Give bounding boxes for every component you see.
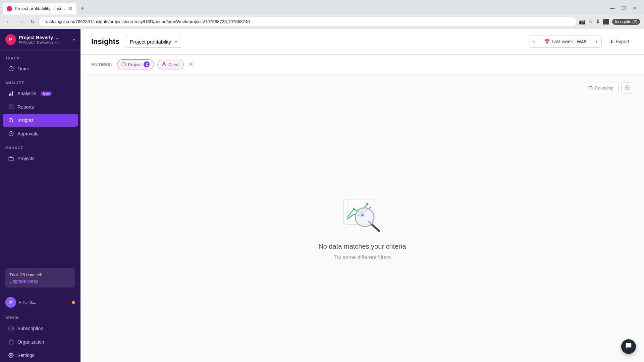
- sidebar-bottom: Trial: 28 days left Upgrade today: [0, 263, 80, 293]
- date-label: 📅 Last week · W49: [539, 36, 592, 47]
- filters-bar: FILTERS: Project 2 Client ✕: [80, 55, 644, 74]
- sidebar-profile[interactable]: P PROFILE: [0, 293, 80, 310]
- date-next-button[interactable]: ›: [591, 36, 601, 47]
- tab-bar: Project profitability - Insights * ✕ + —…: [0, 0, 644, 14]
- filters-label: FILTERS:: [91, 62, 112, 67]
- sidebar-item-label-insights: Insights: [17, 118, 34, 123]
- sidebar-item-label-projects: Projects: [17, 156, 35, 161]
- empty-state-secondary-text: Try some different filters: [334, 254, 391, 260]
- export-download-icon: ⬇: [610, 39, 614, 44]
- notification-icon: [72, 299, 75, 305]
- browser-chrome: Project profitability - Insights * ✕ + —…: [0, 0, 644, 29]
- svg-rect-14: [9, 327, 13, 330]
- sidebar-item-label-timer: Timer: [17, 66, 29, 71]
- upgrade-link[interactable]: Upgrade today: [9, 279, 38, 284]
- sidebar-header-chevron-icon: ▾: [73, 37, 75, 42]
- star-icon[interactable]: ☆: [588, 18, 593, 25]
- empty-state: No data matches your criteria Try some d…: [91, 99, 633, 354]
- sidebar-header[interactable]: P Project Beverly ... PROJECT BEVERLY HI…: [0, 29, 80, 51]
- sidebar-item-timer[interactable]: Timer: [3, 62, 78, 75]
- approvals-icon: [8, 131, 14, 137]
- browser-nav-icons: 📷 ☆ ⬇ ⬛ Incognito (2): [579, 18, 640, 25]
- report-selector-dropdown[interactable]: Project profitability ▾: [125, 36, 182, 48]
- profile-label: PROFILE: [19, 300, 36, 305]
- svg-point-28: [361, 214, 364, 217]
- empty-illustration: [340, 192, 384, 236]
- content-settings-button[interactable]: [621, 82, 633, 94]
- page-title: Insights: [91, 37, 119, 46]
- svg-rect-3: [12, 91, 13, 96]
- sidebar-item-label-subscription: Subscription: [17, 326, 43, 331]
- back-button[interactable]: ←: [4, 17, 13, 26]
- report-selector-value: Project profitability: [130, 39, 171, 45]
- sidebar-item-approvals[interactable]: Approvals: [3, 127, 78, 140]
- rounding-label: Rounding: [595, 85, 613, 90]
- tab-favicon: [7, 6, 12, 11]
- new-tab-button[interactable]: +: [78, 4, 87, 13]
- analytics-new-badge: New: [41, 92, 52, 96]
- settings-icon: [8, 352, 14, 358]
- maximize-button[interactable]: ❐: [620, 5, 628, 11]
- chat-bubble-button[interactable]: [621, 339, 636, 354]
- sidebar-project-name: Project Beverly ...: [19, 35, 61, 40]
- svg-rect-17: [122, 63, 126, 66]
- profile-avatar: P: [5, 297, 16, 308]
- admin-section-label: ADMIN: [0, 310, 80, 322]
- track-section-label: TRACK: [0, 51, 80, 62]
- sidebar-item-label-reports: Reports: [17, 104, 34, 110]
- window-controls: — ❐ ✕: [608, 5, 641, 13]
- svg-point-16: [10, 355, 12, 356]
- organization-icon: [8, 339, 14, 345]
- timer-icon: [8, 66, 14, 72]
- svg-rect-2: [10, 93, 11, 96]
- svg-point-18: [163, 62, 165, 64]
- svg-line-9: [12, 121, 13, 122]
- filter-chip-client[interactable]: Client: [157, 60, 184, 69]
- app: P Project Beverly ... PROJECT BEVERLY HI…: [0, 29, 644, 362]
- rounding-button[interactable]: Rounding: [583, 83, 619, 93]
- navigation-bar: ← → ↻ 📷 ☆ ⬇ ⬛ Incognito (2): [0, 14, 644, 29]
- sidebar-project-sub: PROJECT BEVERLY HI...: [19, 40, 61, 44]
- filter-project-label: Project: [128, 62, 142, 67]
- address-bar[interactable]: [39, 17, 576, 26]
- svg-point-25: [366, 203, 368, 205]
- active-tab[interactable]: Project profitability - Insights * ✕: [3, 3, 76, 14]
- sidebar-item-reports[interactable]: Reports: [3, 101, 78, 113]
- subscription-icon: [8, 325, 14, 331]
- sidebar-item-settings[interactable]: Settings: [3, 349, 78, 362]
- filter-chip-project[interactable]: Project 2: [117, 59, 154, 69]
- empty-state-primary-text: No data matches your criteria: [318, 243, 406, 250]
- sidebar-item-label-analytics: Analytics: [17, 91, 36, 96]
- sidebar-project-info: Project Beverly ... PROJECT BEVERLY HI..…: [19, 35, 61, 44]
- close-window-button[interactable]: ✕: [631, 5, 639, 11]
- sidebar-item-projects[interactable]: Projects: [3, 152, 78, 165]
- export-button[interactable]: ⬇ Export: [606, 36, 633, 47]
- sidebar-item-insights[interactable]: Insights: [3, 114, 78, 127]
- sidebar-logo: P: [5, 34, 16, 45]
- sidebar-item-label-approvals: Approvals: [17, 131, 38, 136]
- refresh-button[interactable]: ↻: [28, 17, 37, 26]
- date-navigator: ‹ 📅 Last week · W49 ›: [529, 36, 601, 48]
- sidebar-item-analytics[interactable]: Analytics New: [3, 87, 78, 100]
- svg-rect-13: [9, 158, 13, 161]
- analytics-icon: [8, 90, 14, 97]
- main-content: Insights Project profitability ▾ ‹ 📅 Las…: [80, 29, 644, 362]
- svg-point-27: [355, 208, 374, 227]
- projects-icon: [8, 156, 14, 162]
- svg-point-19: [627, 87, 628, 88]
- export-label: Export: [616, 39, 629, 44]
- sidebar-item-subscription[interactable]: Subscription: [3, 322, 78, 335]
- calendar-icon: 📅: [544, 39, 550, 44]
- date-prev-button[interactable]: ‹: [529, 36, 539, 47]
- reports-icon: [8, 104, 14, 110]
- sidebar-item-label-organization: Organization: [17, 339, 44, 345]
- filters-clear-button[interactable]: ✕: [189, 61, 194, 68]
- page-header: Insights Project profitability ▾ ‹ 📅 Las…: [80, 29, 644, 55]
- window-icon[interactable]: ⬛: [603, 18, 609, 25]
- sidebar-item-organization[interactable]: Organization: [3, 336, 78, 348]
- minimize-button[interactable]: —: [608, 5, 617, 11]
- tab-close-button[interactable]: ✕: [68, 5, 72, 12]
- download-icon[interactable]: ⬇: [596, 18, 600, 25]
- tab-title: Project profitability - Insights *: [15, 6, 65, 11]
- forward-button[interactable]: →: [16, 17, 25, 26]
